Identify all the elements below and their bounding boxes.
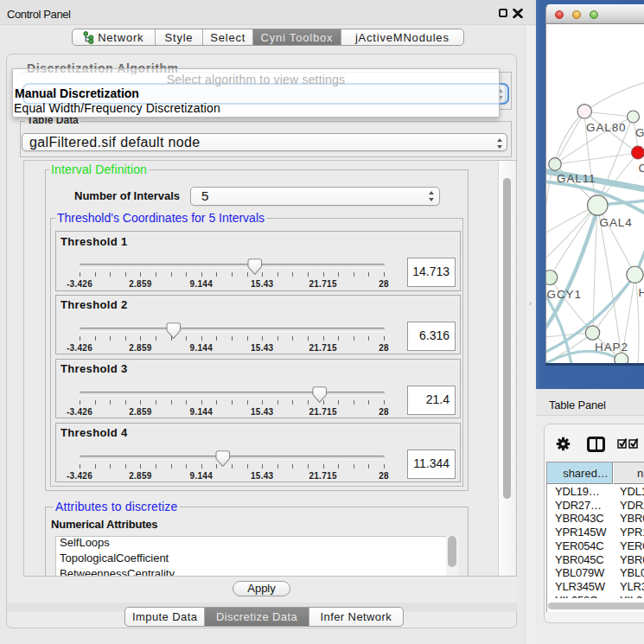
svg-text:GAL11: GAL11 — [557, 172, 596, 185]
svg-text:GA: GA — [635, 126, 644, 139]
svg-text:HA: HA — [639, 286, 644, 299]
svg-text:GAL80: GAL80 — [586, 121, 627, 134]
svg-text:HAP2: HAP2 — [595, 341, 628, 354]
svg-text:GCY1: GCY1 — [547, 288, 582, 301]
svg-text:GAL4: GAL4 — [600, 216, 633, 229]
svg-text:CB: CB — [639, 162, 644, 175]
